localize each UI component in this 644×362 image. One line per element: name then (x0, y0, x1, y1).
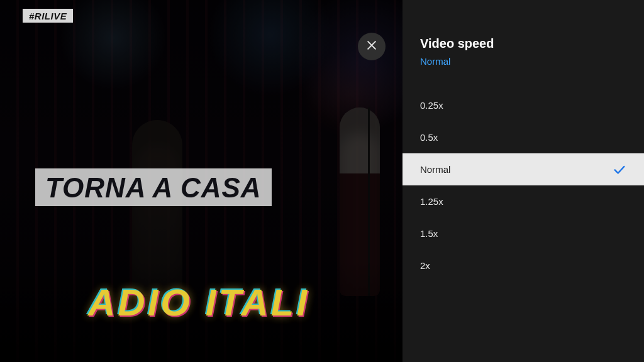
speed-option-label: 0.5x (420, 132, 438, 143)
speed-option-label: 1.5x (420, 228, 438, 239)
speed-option-label: 2x (420, 260, 430, 271)
close-icon (365, 39, 378, 54)
speed-option[interactable]: 1.5x (402, 217, 644, 250)
speed-option[interactable]: 1.25x (402, 185, 644, 217)
video-title-overlay: TORNA A CASA (35, 168, 272, 206)
check-icon (613, 163, 626, 177)
broadcaster-neon-text: ADIO ITALI (88, 281, 309, 324)
speed-option[interactable]: 0.5x (402, 121, 644, 153)
speed-option[interactable]: Normal (402, 153, 644, 185)
speed-options-list: 0.25x0.5xNormal1.25x1.5x2x (402, 89, 644, 282)
speed-option[interactable]: 2x (402, 250, 644, 282)
panel-current-value: Normal (420, 56, 626, 67)
panel-header: Video speed Normal (402, 0, 644, 67)
close-button[interactable] (358, 33, 386, 60)
speed-option-label: Normal (420, 164, 450, 175)
speed-option-label: 0.25x (420, 100, 443, 111)
panel-title: Video speed (420, 36, 626, 51)
speed-option-label: 1.25x (420, 196, 443, 207)
app-root: #RILIVE TORNA A CASA ADIO ITALI Video sp… (0, 0, 644, 362)
video-speed-panel: Video speed Normal 0.25x0.5xNormal1.25x1… (402, 0, 644, 362)
hashtag-badge: #RILIVE (23, 9, 73, 23)
speed-option[interactable]: 0.25x (402, 89, 644, 121)
